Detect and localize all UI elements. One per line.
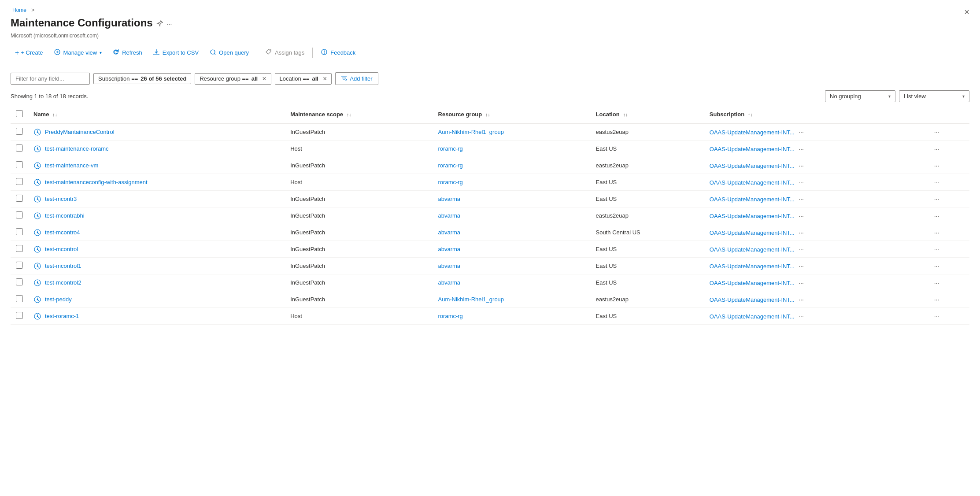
rg-link[interactable]: Aum-Nikhim-Rhel1_group: [438, 129, 504, 135]
location-column-header[interactable]: Location ↑↓: [591, 106, 704, 123]
row-checkbox-cell[interactable]: [11, 191, 28, 207]
row-checkbox[interactable]: [16, 144, 23, 152]
row-checkbox-cell[interactable]: [11, 224, 28, 241]
row-checkbox-cell[interactable]: [11, 291, 28, 308]
row-more-icon[interactable]: ···: [932, 295, 942, 304]
subscription-more-icon[interactable]: ···: [796, 312, 806, 321]
row-checkbox[interactable]: [16, 195, 23, 202]
row-more-icon[interactable]: ···: [932, 245, 942, 254]
location-filter-close-icon[interactable]: ×: [323, 75, 327, 82]
row-checkbox[interactable]: [16, 295, 23, 302]
subscription-more-icon[interactable]: ···: [796, 245, 806, 254]
name-link[interactable]: test-roramc-1: [45, 313, 79, 319]
rg-link[interactable]: roramc-rg: [438, 179, 463, 185]
name-link[interactable]: test-maintenance-vm: [45, 162, 98, 169]
row-checkbox[interactable]: [16, 228, 23, 235]
rg-link[interactable]: abvarma: [438, 246, 461, 252]
rg-link[interactable]: roramc-rg: [438, 145, 463, 152]
resource-group-filter-close-icon[interactable]: ×: [262, 75, 266, 82]
row-checkbox-cell[interactable]: [11, 174, 28, 191]
name-link[interactable]: test-peddy: [45, 296, 72, 303]
subscription-link[interactable]: OAAS-UpdateManagement-INT...: [710, 246, 795, 253]
name-link[interactable]: test-maintenanceconfig-with-assignment: [45, 179, 148, 185]
row-checkbox-cell[interactable]: [11, 308, 28, 325]
subscription-link[interactable]: OAAS-UpdateManagement-INT...: [710, 280, 795, 286]
create-button[interactable]: + + Create: [11, 46, 48, 59]
subscription-column-header[interactable]: Subscription ↑↓: [704, 106, 926, 123]
assign-tags-button[interactable]: Assign tags: [261, 46, 309, 59]
more-options-icon[interactable]: ···: [167, 20, 172, 27]
feedback-button[interactable]: Feedback: [316, 46, 360, 59]
select-all-checkbox[interactable]: [16, 110, 23, 117]
export-csv-button[interactable]: Export to CSV: [148, 46, 203, 59]
name-link[interactable]: test-mcontrabhi: [45, 212, 85, 219]
manage-view-button[interactable]: Manage view ▾: [49, 46, 107, 59]
name-link[interactable]: test-mcontrol2: [45, 279, 81, 286]
row-checkbox-cell[interactable]: [11, 207, 28, 224]
subscription-link[interactable]: OAAS-UpdateManagement-INT...: [710, 313, 795, 320]
row-checkbox-cell[interactable]: [11, 241, 28, 258]
row-checkbox-cell[interactable]: [11, 274, 28, 291]
scope-column-header[interactable]: Maintenance scope ↑↓: [285, 106, 433, 123]
search-input[interactable]: [11, 73, 90, 85]
subscription-link[interactable]: OAAS-UpdateManagement-INT...: [710, 213, 795, 219]
subscription-more-icon[interactable]: ···: [796, 228, 806, 237]
rg-link[interactable]: roramc-rg: [438, 313, 463, 319]
view-type-select[interactable]: List view ▾: [899, 90, 969, 102]
rg-link[interactable]: abvarma: [438, 263, 461, 269]
row-more-icon[interactable]: ···: [932, 144, 942, 153]
row-checkbox-cell[interactable]: [11, 141, 28, 157]
row-more-icon[interactable]: ···: [932, 228, 942, 237]
subscription-more-icon[interactable]: ···: [796, 128, 806, 137]
rg-link[interactable]: abvarma: [438, 212, 461, 219]
subscription-more-icon[interactable]: ···: [796, 295, 806, 304]
subscription-link[interactable]: OAAS-UpdateManagement-INT...: [710, 196, 795, 203]
row-more-icon[interactable]: ···: [932, 161, 942, 170]
subscription-link[interactable]: OAAS-UpdateManagement-INT...: [710, 229, 795, 236]
pin-icon[interactable]: [156, 20, 163, 28]
row-checkbox-cell[interactable]: [11, 258, 28, 274]
subscription-more-icon[interactable]: ···: [796, 195, 806, 204]
rg-link[interactable]: abvarma: [438, 229, 461, 236]
rg-column-header[interactable]: Resource group ↑↓: [433, 106, 591, 123]
row-more-icon[interactable]: ···: [932, 211, 942, 220]
row-checkbox[interactable]: [16, 211, 23, 218]
subscription-more-icon[interactable]: ···: [796, 178, 806, 187]
row-more-icon[interactable]: ···: [932, 312, 942, 321]
name-link[interactable]: PreddyMantainanceControl: [45, 129, 115, 135]
name-link[interactable]: test-maintenance-roramc: [45, 145, 109, 152]
subscription-link[interactable]: OAAS-UpdateManagement-INT...: [710, 263, 795, 270]
subscription-more-icon[interactable]: ···: [796, 161, 806, 170]
row-checkbox[interactable]: [16, 178, 23, 185]
name-link[interactable]: test-mcontrol1: [45, 263, 81, 269]
row-checkbox-cell[interactable]: [11, 123, 28, 141]
subscription-link[interactable]: OAAS-UpdateManagement-INT...: [710, 146, 795, 152]
subscription-filter[interactable]: Subscription == 26 of 56 selected: [93, 73, 191, 84]
row-checkbox-cell[interactable]: [11, 157, 28, 174]
name-link[interactable]: test-mcontrol: [45, 246, 78, 252]
row-checkbox[interactable]: [16, 128, 23, 135]
subscription-more-icon[interactable]: ···: [796, 211, 806, 220]
row-more-icon[interactable]: ···: [932, 262, 942, 270]
row-checkbox[interactable]: [16, 278, 23, 285]
open-query-button[interactable]: Open query: [205, 46, 253, 59]
location-filter[interactable]: Location == all ×: [275, 73, 332, 85]
name-link[interactable]: test-mcontr3: [45, 196, 77, 202]
row-checkbox[interactable]: [16, 312, 23, 319]
grouping-select[interactable]: No grouping ▾: [825, 90, 895, 102]
rg-link[interactable]: abvarma: [438, 279, 461, 286]
row-more-icon[interactable]: ···: [932, 195, 942, 204]
rg-link[interactable]: roramc-rg: [438, 162, 463, 169]
rg-link[interactable]: Aum-Nikhim-Rhel1_group: [438, 296, 504, 303]
resource-group-filter[interactable]: Resource group == all ×: [195, 73, 271, 85]
subscription-more-icon[interactable]: ···: [796, 144, 806, 153]
subscription-link[interactable]: OAAS-UpdateManagement-INT...: [710, 296, 795, 303]
add-filter-button[interactable]: Add filter: [335, 72, 378, 85]
name-column-header[interactable]: Name ↑↓: [28, 106, 285, 123]
close-button[interactable]: ×: [964, 7, 969, 17]
refresh-button[interactable]: Refresh: [108, 46, 147, 59]
name-link[interactable]: test-mcontro4: [45, 229, 80, 236]
row-checkbox[interactable]: [16, 245, 23, 252]
row-checkbox[interactable]: [16, 161, 23, 168]
row-more-icon[interactable]: ···: [932, 178, 942, 187]
